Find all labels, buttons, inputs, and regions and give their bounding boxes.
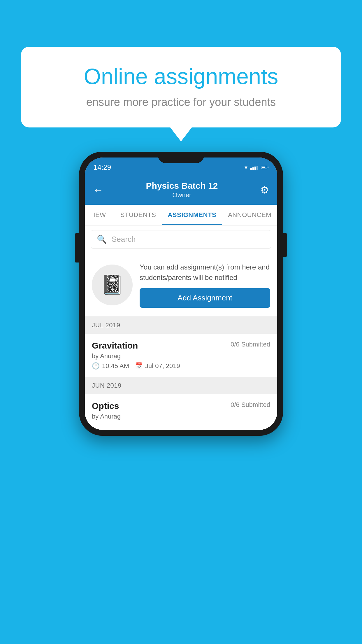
tab-students[interactable]: STUDENTS: [115, 205, 162, 225]
speech-bubble: Online assignments ensure more practice …: [21, 47, 341, 127]
search-placeholder: Search: [112, 235, 136, 244]
notebook-icon: 📓: [101, 274, 124, 296]
tab-announcements[interactable]: ANNOUNCEM: [222, 205, 277, 225]
add-assignment-button[interactable]: Add Assignment: [140, 288, 270, 308]
promo-card: 📓 You can add assignment(s) from here an…: [85, 253, 277, 317]
assignment-item-optics[interactable]: Optics 0/6 Submitted by Anurag: [85, 394, 277, 430]
search-bar[interactable]: 🔍 Search: [91, 230, 271, 249]
assignment-title-optics: Optics: [92, 401, 119, 411]
app-bar-title: Physics Batch 12: [103, 181, 260, 191]
tab-iew[interactable]: IEW: [85, 205, 115, 225]
assignment-submitted: 0/6 Submitted: [231, 341, 270, 348]
assignment-meta: 🕐 10:45 AM 📅 Jul 07, 2019: [92, 362, 270, 370]
bubble-title: Online assignments: [41, 64, 321, 89]
battery-icon: [261, 166, 268, 169]
signal-bar-2: [252, 167, 254, 170]
assignment-by-optics: by Anurag: [92, 413, 270, 420]
assignment-item-gravitation[interactable]: Gravitation 0/6 Submitted by Anurag 🕐 10…: [85, 334, 277, 377]
settings-icon[interactable]: ⚙: [260, 184, 269, 196]
signal-bar-1: [250, 168, 252, 170]
assignment-row1-optics: Optics 0/6 Submitted: [92, 401, 270, 411]
back-button[interactable]: ←: [93, 184, 103, 196]
assignment-title: Gravitation: [92, 341, 138, 351]
search-icon: 🔍: [97, 235, 107, 244]
battery-fill: [262, 167, 265, 168]
promo-content: You can add assignment(s) from here and …: [140, 262, 270, 308]
assignment-date: 📅 Jul 07, 2019: [135, 362, 180, 370]
assignment-by: by Anurag: [92, 352, 270, 360]
clock-icon: 🕐: [92, 362, 100, 370]
bubble-subtitle: ensure more practice for your students: [41, 94, 321, 110]
speech-bubble-container: Online assignments ensure more practice …: [21, 47, 341, 127]
signal-icon: [250, 165, 258, 170]
battery-body: [261, 166, 267, 169]
assignment-time: 🕐 10:45 AM: [92, 362, 129, 370]
app-bar-title-section: Physics Batch 12 Owner: [103, 181, 260, 199]
phone-frame: 14:29 ▾: [79, 152, 283, 436]
tabs-bar: IEW STUDENTS ASSIGNMENTS ANNOUNCEM: [85, 205, 277, 225]
promo-description: You can add assignment(s) from here and …: [140, 262, 270, 283]
wifi-icon: ▾: [245, 164, 247, 171]
section-header-jul: JUL 2019: [85, 317, 277, 334]
calendar-icon: 📅: [135, 362, 143, 370]
status-time: 14:29: [94, 163, 111, 172]
app-bar: ← Physics Batch 12 Owner ⚙: [85, 175, 277, 205]
section-header-jun: JUN 2019: [85, 377, 277, 394]
status-icons: ▾: [245, 164, 268, 171]
battery-tip: [268, 167, 268, 168]
assignment-submitted-optics: 0/6 Submitted: [231, 401, 270, 409]
search-container: 🔍 Search: [85, 225, 277, 253]
tab-assignments[interactable]: ASSIGNMENTS: [162, 205, 222, 225]
content-area: 🔍 Search 📓 You can add assignment(s) fro…: [85, 225, 277, 430]
signal-bar-3: [254, 167, 256, 170]
phone-notch: [158, 152, 204, 163]
assignment-row1: Gravitation 0/6 Submitted: [92, 341, 270, 351]
signal-bar-4: [256, 166, 258, 170]
promo-icon-circle: 📓: [92, 265, 133, 305]
app-bar-subtitle: Owner: [103, 191, 260, 199]
phone-screen: 14:29 ▾: [85, 158, 277, 430]
phone-mockup: 14:29 ▾: [79, 152, 283, 436]
